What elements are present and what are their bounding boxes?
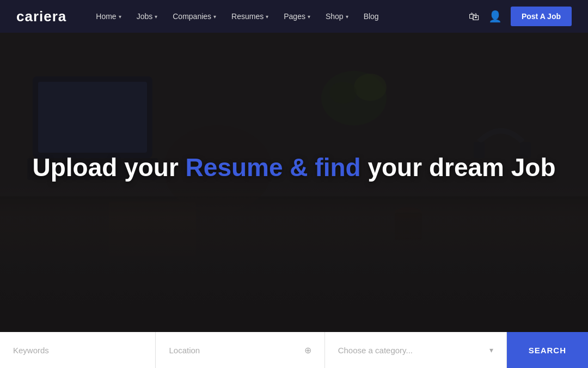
nav-label-shop: Shop (326, 12, 344, 21)
chevron-down-icon: ▾ (155, 14, 157, 20)
search-button[interactable]: SEARCH (507, 332, 588, 368)
logo[interactable]: cariera (16, 8, 66, 25)
nav-item-jobs[interactable]: Jobs ▾ (129, 0, 166, 33)
nav-label-resumes: Resumes (231, 12, 264, 21)
navbar: cariera Home ▾ Jobs ▾ Companies ▾ Resume… (0, 0, 588, 33)
navbar-actions: 🛍 👤 Post A Job (469, 7, 572, 26)
nav-label-pages: Pages (284, 12, 305, 21)
search-bar: ⊕ Choose a category... Technology Market… (0, 332, 588, 368)
user-icon[interactable]: 👤 (488, 10, 502, 23)
nav-item-blog[interactable]: Blog (356, 0, 387, 33)
hero-title-suffix: your dream Job (361, 153, 556, 182)
chevron-down-icon: ▾ (266, 14, 268, 20)
location-input[interactable] (169, 346, 298, 355)
nav-item-pages[interactable]: Pages ▾ (276, 0, 318, 33)
hero-content: Upload your Resume & find your dream Job (32, 153, 555, 183)
nav-menu: Home ▾ Jobs ▾ Companies ▾ Resumes ▾ Page… (88, 0, 469, 33)
category-field: Choose a category... Technology Marketin… (325, 332, 507, 368)
location-target-icon[interactable]: ⊕ (304, 345, 311, 355)
hero-title: Upload your Resume & find your dream Job (32, 153, 555, 183)
nav-label-blog: Blog (364, 12, 379, 21)
location-field: ⊕ (156, 332, 324, 368)
post-job-button[interactable]: Post A Job (511, 7, 572, 26)
nav-item-companies[interactable]: Companies ▾ (165, 0, 224, 33)
chevron-down-icon: ▾ (119, 14, 121, 20)
cart-icon[interactable]: 🛍 (469, 10, 480, 23)
nav-label-companies: Companies (173, 12, 211, 21)
nav-label-home: Home (96, 12, 116, 21)
nav-item-home[interactable]: Home ▾ (88, 0, 128, 33)
keywords-input[interactable] (13, 346, 142, 355)
chevron-down-icon: ▾ (308, 14, 310, 20)
chevron-down-icon: ▾ (489, 346, 493, 354)
category-select[interactable]: Choose a category... Technology Marketin… (338, 346, 489, 355)
keywords-field (0, 332, 156, 368)
hero-overlay (0, 33, 588, 368)
nav-item-shop[interactable]: Shop ▾ (318, 0, 356, 33)
hero-title-highlight: Resume & find (186, 153, 361, 182)
chevron-down-icon: ▾ (346, 14, 348, 20)
nav-item-resumes[interactable]: Resumes ▾ (224, 0, 276, 33)
hero-section: Upload your Resume & find your dream Job… (0, 33, 588, 368)
nav-label-jobs: Jobs (137, 12, 153, 21)
hero-title-prefix: Upload your (32, 153, 185, 182)
chevron-down-icon: ▾ (213, 14, 216, 20)
